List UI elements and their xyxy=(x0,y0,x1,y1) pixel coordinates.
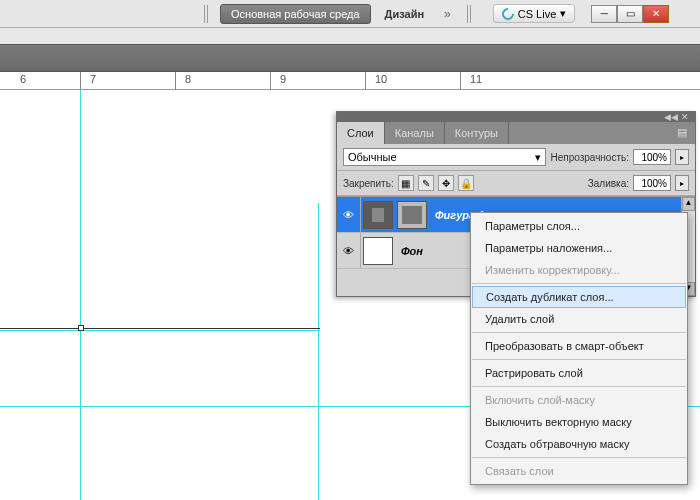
guide-vertical[interactable] xyxy=(318,203,319,500)
panel-header[interactable]: ◀◀ ✕ xyxy=(337,112,695,122)
workspace-more-icon[interactable]: » xyxy=(438,7,457,21)
blend-row: Обычные ▾ Непрозрачность: ▸ xyxy=(337,144,695,171)
grip-icon xyxy=(467,5,473,23)
menu-item[interactable]: Растрировать слой xyxy=(471,362,687,384)
ruler-mark: 8 xyxy=(185,73,191,85)
close-button[interactable]: ✕ xyxy=(643,5,669,23)
collapse-icon[interactable]: ◀◀ ✕ xyxy=(658,112,695,122)
options-bar xyxy=(0,44,700,72)
blend-mode-select[interactable]: Обычные ▾ xyxy=(343,148,546,166)
lock-pixels-icon[interactable]: ✎ xyxy=(418,175,434,191)
tab-paths[interactable]: Контуры xyxy=(445,122,509,144)
workspace-main-button[interactable]: Основная рабочая среда xyxy=(220,4,371,24)
minimize-button[interactable]: ─ xyxy=(591,5,617,23)
layer-thumbnail[interactable] xyxy=(363,237,393,265)
ruler-mark: 9 xyxy=(280,73,286,85)
fill-flyout-icon[interactable]: ▸ xyxy=(675,175,689,191)
opacity-label: Непрозрачность: xyxy=(550,152,629,163)
menu-item[interactable]: Удалить слой xyxy=(471,308,687,330)
menu-item[interactable]: Преобразовать в смарт-объект xyxy=(471,335,687,357)
menu-item[interactable]: Создать обтравочную маску xyxy=(471,433,687,455)
ruler-tick xyxy=(365,72,366,90)
menu-item[interactable]: Выключить векторную маску xyxy=(471,411,687,433)
lock-position-icon[interactable]: ✥ xyxy=(438,175,454,191)
menu-item[interactable]: Параметры слоя... xyxy=(471,215,687,237)
menu-item: Изменить корректировку... xyxy=(471,259,687,281)
menu-item[interactable]: Параметры наложения... xyxy=(471,237,687,259)
scroll-up-icon[interactable]: ▲ xyxy=(682,197,695,211)
cslive-icon xyxy=(499,5,516,22)
visibility-icon[interactable]: 👁 xyxy=(337,197,361,232)
lock-transparency-icon[interactable]: ▦ xyxy=(398,175,414,191)
opacity-input[interactable] xyxy=(633,149,671,165)
menu-item: Включить слой-маску xyxy=(471,389,687,411)
ruler-tick xyxy=(175,72,176,90)
maximize-button[interactable]: ▭ xyxy=(617,5,643,23)
layer-name[interactable]: Фон xyxy=(401,245,423,257)
ruler-tick xyxy=(270,72,271,90)
panel-tabs: Слои Каналы Контуры ▤ xyxy=(337,122,695,144)
anchor-handle[interactable] xyxy=(78,325,84,331)
vector-mask-thumbnail[interactable] xyxy=(397,201,427,229)
dropdown-icon: ▾ xyxy=(535,151,541,164)
panel-menu-icon[interactable]: ▤ xyxy=(669,122,695,144)
visibility-icon[interactable]: 👁 xyxy=(337,233,361,268)
lock-label: Закрепить: xyxy=(343,178,394,189)
tab-layers[interactable]: Слои xyxy=(337,122,385,144)
grip-icon xyxy=(204,5,210,23)
opacity-flyout-icon[interactable]: ▸ xyxy=(675,149,689,165)
fill-input[interactable] xyxy=(633,175,671,191)
ruler-mark: 6 xyxy=(20,73,26,85)
window-controls: ─ ▭ ✕ xyxy=(591,5,669,23)
tab-channels[interactable]: Каналы xyxy=(385,122,445,144)
dropdown-icon: ▾ xyxy=(560,7,566,20)
guide-vertical[interactable] xyxy=(80,90,81,500)
ruler-mark: 11 xyxy=(470,73,482,85)
cslive-label: CS Live xyxy=(518,8,557,20)
shape-path[interactable] xyxy=(0,328,320,329)
app-header: Основная рабочая среда Дизайн » CS Live … xyxy=(0,0,700,28)
lock-row: Закрепить: ▦ ✎ ✥ 🔒 Заливка: ▸ xyxy=(337,171,695,196)
ruler-mark: 10 xyxy=(375,73,387,85)
workspace-design-button[interactable]: Дизайн xyxy=(377,5,432,23)
menu-item[interactable]: Создать дубликат слоя... xyxy=(472,286,686,308)
blend-mode-value: Обычные xyxy=(348,151,397,163)
context-menu: Параметры слоя...Параметры наложения...И… xyxy=(470,212,688,485)
ruler-tick xyxy=(80,72,81,90)
ruler-mark: 7 xyxy=(90,73,96,85)
layer-thumbnail[interactable] xyxy=(363,201,393,229)
fill-label: Заливка: xyxy=(588,178,629,189)
cslive-button[interactable]: CS Live ▾ xyxy=(493,4,576,23)
guide-horizontal[interactable] xyxy=(0,330,320,331)
menu-item: Связать слои xyxy=(471,460,687,482)
ruler-horizontal[interactable]: 6 7 8 9 10 11 xyxy=(0,72,700,90)
ruler-tick xyxy=(460,72,461,90)
lock-all-icon[interactable]: 🔒 xyxy=(458,175,474,191)
